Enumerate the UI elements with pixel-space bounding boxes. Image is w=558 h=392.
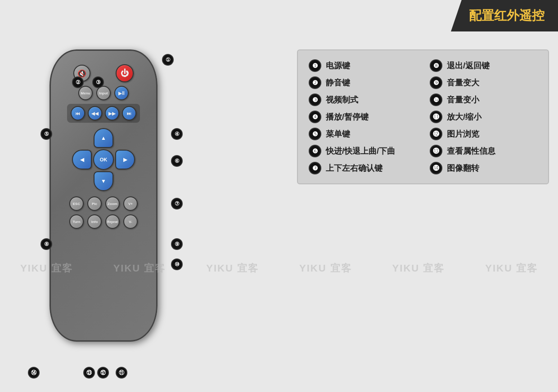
prev-button[interactable]: ⏮ <box>71 106 85 120</box>
legend-item: ⓫ 放大/缩小 <box>430 111 537 123</box>
pic-button[interactable]: Pic <box>87 196 102 211</box>
callout-6: ⑥ <box>171 155 183 167</box>
callout-5: ⑤ <box>40 128 52 140</box>
legend-text: 上下左右确认键 <box>326 163 382 174</box>
legend-callout: ⓮ <box>430 162 442 174</box>
legend-callout: ❾ <box>430 76 442 89</box>
legend-callout: ❺ <box>309 128 321 140</box>
watermark-5: YIKU 宜客 <box>392 262 445 275</box>
legend-panel: ❶ 电源键 ❽ 退出/返回键 ❷ 静音键 ❾ 音量变大 ❸ 视频制式 ❿ 音量变… <box>297 49 549 184</box>
repeat-button[interactable]: Repeat <box>105 214 120 229</box>
legend-text: 菜单键 <box>326 129 350 139</box>
forward-button[interactable]: ▶▶ <box>105 106 119 120</box>
legend-callout: ⓫ <box>430 111 442 123</box>
legend-callout: ❽ <box>430 59 442 72</box>
callout-12-bottom: ⑫ <box>97 367 109 379</box>
legend-callout: ⓬ <box>430 128 442 140</box>
dpad-left-button[interactable]: ◀ <box>72 150 92 169</box>
legend-text: 图像翻转 <box>447 163 479 174</box>
legend-callout: ⓭ <box>430 145 442 157</box>
legend-callout: ❸ <box>309 94 321 106</box>
rewind-button[interactable]: ◀◀ <box>88 106 102 120</box>
legend-grid: ❶ 电源键 ❽ 退出/返回键 ❷ 静音键 ❾ 音量变大 ❸ 视频制式 ❿ 音量变… <box>309 59 537 174</box>
legend-callout: ❹ <box>309 111 321 123</box>
dpad-down-button[interactable]: ▼ <box>94 171 113 191</box>
callout-7: ⑦ <box>171 198 183 209</box>
legend-item: ❹ 播放/暂停键 <box>309 111 416 123</box>
menu-button[interactable]: Menu <box>78 86 93 100</box>
page-title: 配置红外遥控 <box>451 0 558 31</box>
legend-text: 退出/返回键 <box>447 60 490 71</box>
vol-down-button[interactable]: V- <box>123 214 138 229</box>
info-button[interactable]: Info <box>87 214 102 229</box>
dpad: ▲ ◀ OK ▶ ▼ <box>72 128 135 191</box>
legend-text: 电源键 <box>326 60 350 71</box>
legend-item: ⓮ 图像翻转 <box>430 162 537 174</box>
callout-10: ⑩ <box>171 258 183 270</box>
legend-text: 图片浏览 <box>447 129 479 139</box>
legend-item: ❶ 电源键 <box>309 59 416 72</box>
callout-4: ④ <box>171 128 183 140</box>
play-pause-button[interactable]: ▶II <box>114 86 129 100</box>
legend-text: 音量变小 <box>447 94 479 105</box>
legend-callout: ❼ <box>309 162 321 174</box>
legend-callout: ❿ <box>430 94 442 106</box>
callout-3: ③ <box>92 76 104 88</box>
legend-text: 静音键 <box>326 77 350 88</box>
legend-callout: ❻ <box>309 145 321 157</box>
legend-text: 视频制式 <box>326 94 358 105</box>
turn-button[interactable]: Turn <box>69 214 84 229</box>
watermark-3: YIKU 宜客 <box>206 262 259 275</box>
legend-text: 快进/快退上曲/下曲 <box>326 146 395 156</box>
callout-11-bottom: ⑪ <box>116 367 127 379</box>
callout-13-bottom: ⑬ <box>83 367 95 379</box>
legend-text: 播放/暂停键 <box>326 111 369 122</box>
watermark-6: YIKU 宜客 <box>485 262 538 275</box>
power-button[interactable]: ⏻ <box>116 64 134 82</box>
remote-body: 🔇 ⏻ Menu Input ▶II ⏮ ◀◀ ▶▶ ⏭ ▲ ◀ OK ▶ ▼ … <box>50 49 158 342</box>
esc-button[interactable]: ESC <box>69 196 84 211</box>
callout-14-bottom: ⑭ <box>28 367 40 379</box>
media-controls: ⏮ ◀◀ ▶▶ ⏭ <box>67 104 140 123</box>
legend-text: 放大/缩小 <box>447 111 482 122</box>
callout-8: ⑧ <box>40 238 52 250</box>
vol-up-button[interactable]: V+ <box>123 196 138 211</box>
legend-item: ❾ 音量变大 <box>430 76 537 89</box>
legend-item: ❻ 快进/快退上曲/下曲 <box>309 145 416 157</box>
legend-text: 查看属性信息 <box>447 146 495 156</box>
dpad-ok-button[interactable]: OK <box>93 149 114 170</box>
callout-1: ① <box>162 54 174 66</box>
callout-9: ⑨ <box>171 238 183 250</box>
legend-item: ❽ 退出/返回键 <box>430 59 537 72</box>
legend-item: ⓬ 图片浏览 <box>430 128 537 140</box>
legend-item: ❸ 视频制式 <box>309 94 416 106</box>
remote-control-area: 🔇 ⏻ Menu Input ▶II ⏮ ◀◀ ▶▶ ⏭ ▲ ◀ OK ▶ ▼ … <box>27 36 198 373</box>
legend-item: ❷ 静音键 <box>309 76 416 89</box>
legend-item: ❺ 菜单键 <box>309 128 416 140</box>
zoom-button[interactable]: Zoom <box>105 196 120 211</box>
dpad-right-button[interactable]: ▶ <box>115 150 135 169</box>
legend-callout: ❶ <box>309 59 321 72</box>
dpad-up-button[interactable]: ▲ <box>94 128 113 148</box>
next-button[interactable]: ⏭ <box>122 106 136 120</box>
legend-text: 音量变大 <box>447 77 479 88</box>
callout-2: ② <box>72 76 84 88</box>
watermark-4: YIKU 宜客 <box>299 262 352 275</box>
legend-item: ⓭ 查看属性信息 <box>430 145 537 157</box>
legend-callout: ❷ <box>309 76 321 89</box>
legend-item: ❿ 音量变小 <box>430 94 537 106</box>
legend-item: ❼ 上下左右确认键 <box>309 162 416 174</box>
